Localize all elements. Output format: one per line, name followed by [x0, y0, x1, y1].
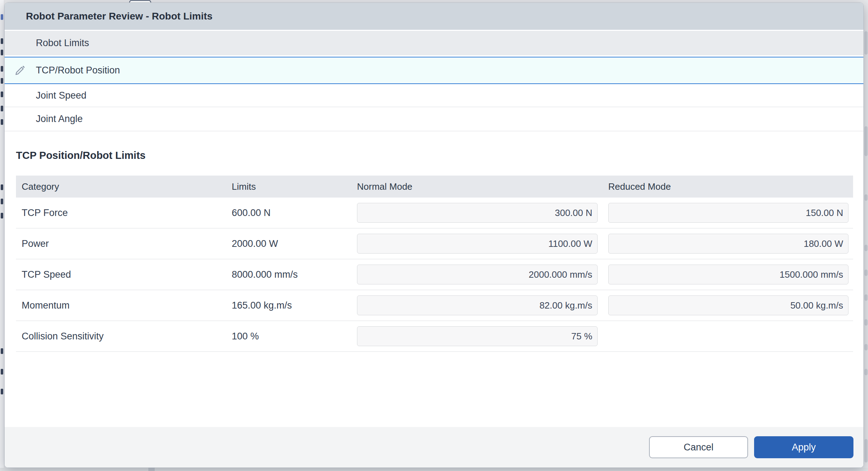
background-fragment [864, 319, 868, 326]
normal-mode-input[interactable] [357, 295, 598, 315]
row-limit: 2000.00 W [226, 238, 352, 249]
background-fragment [1, 184, 3, 190]
row-limit: 100 % [226, 331, 352, 342]
nav-item-tcp-robot-position[interactable]: TCP/Robot Position [5, 57, 863, 84]
background-fragment [1, 119, 3, 125]
nav-item-joint-speed[interactable]: Joint Speed [5, 84, 863, 107]
normal-mode-input[interactable] [357, 326, 598, 346]
column-header-reduced-mode: Reduced Mode [604, 181, 853, 192]
row-limit: 600.00 N [226, 207, 352, 218]
background-left-strip [0, 0, 4, 471]
table-row: Power 2000.00 W [16, 228, 853, 259]
reduced-mode-input[interactable] [608, 234, 848, 254]
dialog-content: TCP Position/Robot Limits Category Limit… [5, 131, 863, 427]
background-fragment [1, 348, 3, 354]
row-category: Momentum [16, 300, 226, 311]
reduced-mode-input[interactable] [608, 295, 848, 315]
pencil-icon [13, 63, 27, 78]
nav-item-robot-limits[interactable]: Robot Limits [5, 31, 863, 55]
nav-item-joint-angle[interactable]: Joint Angle [5, 107, 863, 131]
row-category: Collision Sensitivity [16, 331, 226, 342]
row-limit: 165.00 kg.m/s [226, 300, 352, 311]
background-fragment [1, 78, 3, 84]
table-row: Momentum 165.00 kg.m/s [16, 290, 853, 321]
background-fragment [864, 344, 868, 350]
background-right-strip [864, 0, 868, 471]
dialog-title: Robot Parameter Review - Robot Limits [26, 11, 213, 22]
background-fragment [864, 270, 868, 276]
apply-button[interactable]: Apply [754, 436, 853, 458]
normal-mode-input[interactable] [357, 265, 598, 284]
background-fragment [864, 439, 868, 462]
dialog-titlebar: Robot Parameter Review - Robot Limits [5, 3, 863, 30]
row-category: TCP Speed [16, 269, 226, 280]
column-header-category: Category [16, 181, 226, 192]
background-fragment [1, 389, 3, 394]
reduced-mode-input[interactable] [608, 203, 848, 223]
background-fragment [864, 194, 868, 201]
nav-item-label: Joint Angle [36, 113, 83, 124]
background-fragment [1, 38, 3, 44]
table-row: TCP Force 600.00 N [16, 198, 853, 228]
background-fragment [1, 66, 3, 72]
background-fragment [1, 50, 3, 55]
background-fragment [1, 14, 3, 20]
background-fragment [864, 126, 868, 156]
background-tab-fragment [129, 0, 151, 2]
background-fragment [1, 213, 3, 218]
normal-mode-input[interactable] [357, 234, 598, 254]
table-header-row: Category Limits Normal Mode Reduced Mode [16, 176, 853, 198]
dialog-footer: Cancel Apply [5, 427, 863, 467]
nav-item-label: Joint Speed [36, 90, 87, 101]
column-header-limits: Limits [226, 181, 352, 192]
nav-item-label: TCP/Robot Position [36, 65, 120, 76]
limits-table: Category Limits Normal Mode Reduced Mode… [16, 176, 853, 352]
row-category: Power [16, 238, 226, 249]
cancel-button[interactable]: Cancel [649, 436, 748, 458]
row-category: TCP Force [16, 207, 226, 218]
table-row: Collision Sensitivity 100 % [16, 321, 853, 352]
reduced-mode-input[interactable] [608, 265, 848, 284]
background-fragment [1, 199, 3, 204]
background-fragment [1, 369, 3, 375]
background-divider [148, 468, 155, 471]
background-fragment [1, 92, 3, 97]
normal-mode-input[interactable] [357, 203, 598, 223]
background-bottom-strip [0, 468, 868, 471]
row-limit: 8000.000 mm/s [226, 269, 352, 280]
nav-item-label: Robot Limits [36, 38, 89, 49]
background-fragment [864, 245, 868, 251]
background-fragment [864, 369, 868, 375]
screen: Robot Parameter Review - Robot Limits Ro… [0, 0, 868, 471]
robot-parameter-dialog: Robot Parameter Review - Robot Limits Ro… [4, 2, 864, 468]
section-title: TCP Position/Robot Limits [16, 150, 852, 161]
background-fragment [864, 294, 868, 301]
column-header-normal-mode: Normal Mode [352, 181, 604, 192]
table-row: TCP Speed 8000.000 mm/s [16, 259, 853, 290]
background-fragment [864, 31, 868, 55]
background-fragment [1, 106, 3, 111]
